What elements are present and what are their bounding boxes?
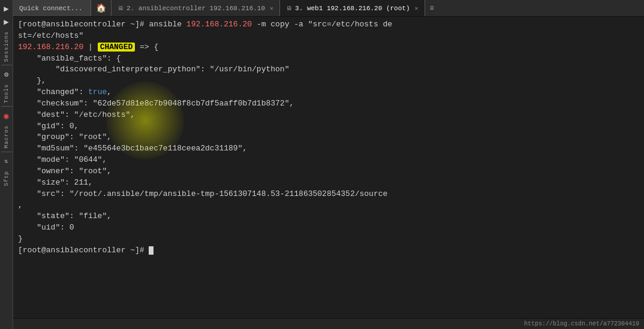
- sidebar-divider-1: [1, 65, 12, 65]
- tab-menu-icon: ≡: [430, 4, 434, 13]
- terminal-line-mode: "mode": "0644",: [18, 155, 639, 166]
- tab3-label: 3. web1 192.168.216.20 (root): [295, 5, 410, 12]
- terminal-line-gid: "gid": 0,: [18, 121, 639, 132]
- terminal-line-prompt-end: [root@ansiblecontroller ~]#: [18, 245, 639, 256]
- terminal-line-state: "state": "file",: [18, 211, 639, 222]
- changed-badge: CHANGED: [98, 43, 136, 52]
- sidebar-divider-3: [1, 152, 12, 152]
- terminal[interactable]: [root@ansiblecontroller ~]# ansible 192.…: [13, 17, 644, 318]
- terminal-line-result: 192.168.216.20 | CHANGED => {: [18, 42, 639, 53]
- quick-connect-button[interactable]: Quick connect...: [13, 0, 91, 16]
- sidebar-label-macros[interactable]: Macros: [4, 125, 10, 148]
- terminal-line-dest: "dest": "/etc/hosts",: [18, 110, 639, 121]
- terminal-line-src: "src": "/root/.ansible/tmp/ansible-tmp-1…: [18, 189, 639, 200]
- main-area: Quick connect... 🏠 🖥 2. ansiblecontrolle…: [13, 0, 644, 329]
- terminal-cursor: [149, 246, 154, 255]
- tab-menu-button[interactable]: ≡: [425, 0, 439, 16]
- tab2-label: 2. ansiblecontroller 192.168.216.10: [127, 5, 265, 12]
- terminal-line-src-cont: ,: [18, 200, 639, 212]
- sidebar-label-sftp[interactable]: Sftp: [4, 171, 10, 186]
- sidebar-sftp-icon[interactable]: ⇅: [1, 155, 13, 167]
- terminal-line-uid: "uid": 0: [18, 222, 639, 234]
- terminal-line-close-facts: },: [18, 76, 639, 87]
- sidebar-arrow2[interactable]: ▶: [1, 16, 13, 28]
- terminal-line-changed: "changed": true,: [18, 87, 639, 98]
- sidebar-tools-icon[interactable]: ⚙: [1, 68, 13, 80]
- statusbar: https://blog.csdn.net/a772304419: [13, 318, 644, 329]
- tab-ansiblecontroller[interactable]: 🖥 2. ansiblecontroller 192.168.216.10 ✕: [112, 0, 280, 16]
- home-button[interactable]: 🏠: [91, 0, 112, 16]
- terminal-line-discovered: "discovered_interpreter_python": "/usr/b…: [18, 64, 639, 76]
- terminal-line-ansible-facts: "ansible_facts": {: [18, 53, 639, 65]
- terminal-line-close: }: [18, 234, 639, 245]
- tabbar: Quick connect... 🏠 🖥 2. ansiblecontrolle…: [13, 0, 644, 17]
- terminal-line-group: "group": "root",: [18, 132, 639, 143]
- statusbar-url: https://blog.csdn.net/a772304419: [524, 321, 639, 327]
- tab3-icon: 🖥: [286, 5, 292, 12]
- sidebar-arrow[interactable]: ▶: [1, 2, 13, 14]
- home-icon: 🏠: [96, 3, 106, 13]
- terminal-line-owner: "owner": "root",: [18, 166, 639, 177]
- tab3-close[interactable]: ✕: [415, 5, 419, 12]
- sidebar-label-sessions[interactable]: Sessions: [4, 31, 10, 62]
- terminal-line-cmd2: st=/etc/hosts": [18, 31, 639, 42]
- tab-web1[interactable]: 🖥 3. web1 192.168.216.20 (root) ✕: [280, 0, 425, 16]
- tab2-close[interactable]: ✕: [270, 5, 273, 12]
- terminal-line-checksum: "checksum": "62de57d81e8c7b9048f8cb7df5a…: [18, 98, 639, 110]
- sidebar-label-tools[interactable]: Tools: [4, 84, 10, 103]
- sidebar-divider-2: [1, 106, 12, 107]
- quick-connect-label: Quick connect...: [19, 5, 83, 12]
- sidebar: ▶ ▶ Sessions ⚙ Tools ◉ Macros ⇅ Sftp: [0, 0, 13, 329]
- terminal-line-size: "size": 211,: [18, 177, 639, 189]
- tab2-icon: 🖥: [118, 5, 124, 12]
- terminal-line-md5sum: "md5sum": "e45564e3bc1baec7e118ceea2dc31…: [18, 143, 639, 155]
- terminal-line-cmd: [root@ansiblecontroller ~]# ansible 192.…: [18, 19, 639, 31]
- sidebar-macros-icon[interactable]: ◉: [1, 110, 13, 122]
